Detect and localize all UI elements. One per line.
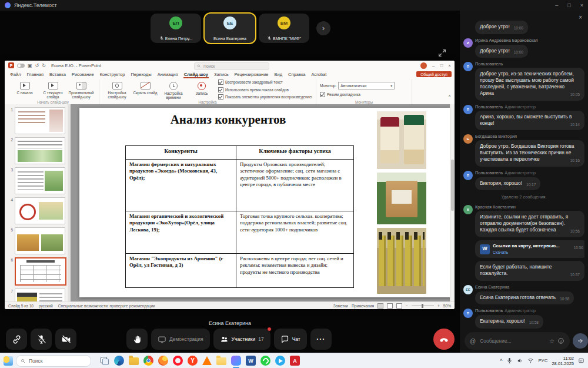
zoom-out-button[interactable]: − [406,304,408,308]
presenter-view-checkbox[interactable]: Режим докладчика [320,92,408,97]
send-button[interactable] [573,333,588,349]
monitor-dropdown[interactable]: Автоматически [338,82,395,89]
camera-off-button[interactable] [55,329,76,350]
task-view-icon[interactable] [99,356,109,366]
opera-icon[interactable] [173,356,183,366]
save-icon[interactable]: ▣ [28,63,32,68]
yandex-browser-icon[interactable] [188,356,198,366]
ppt-minimize-button[interactable]: – [432,63,435,68]
slide-thumbnail-3[interactable]: 3 [5,167,69,194]
language-indicator[interactable]: русский [39,304,53,308]
menu-transitions[interactable]: Переходы [130,70,152,78]
favorites-icon[interactable]: ☆ [549,338,554,344]
next-participants-button[interactable]: › [316,21,330,35]
chrome-icon[interactable] [143,356,153,366]
redo-icon[interactable]: ↻ [42,63,46,68]
account-avatar[interactable] [420,62,427,69]
more-options-button[interactable]: ··· [310,329,332,350]
menu-help[interactable]: Справка [288,70,306,78]
taskbar-clock[interactable]: 11:02 28.01.2025 [552,356,574,366]
use-timings-checkbox[interactable]: Использовать время показа слайдов [218,87,312,92]
slide-thumbnail-2[interactable]: 2 [5,137,69,164]
telegram-icon[interactable] [275,356,285,366]
menu-insert[interactable]: Вставка [49,70,66,78]
acrobat-icon[interactable] [290,356,300,366]
record-slideshow-button[interactable]: Запись [188,79,216,100]
microphone-muted-button[interactable] [31,329,52,350]
slide-sorter-view-icon[interactable] [387,303,393,309]
telemost-icon[interactable] [231,356,241,366]
comments-button[interactable]: Примечания [352,304,374,308]
widgets-icon[interactable] [4,356,13,366]
minimize-button[interactable]: – [555,2,558,8]
download-link[interactable]: Скачать [493,250,560,255]
ppt-search-box[interactable] [194,62,269,70]
normal-view-icon[interactable] [377,303,383,309]
slide-thumbnail-6-selected[interactable]: 6 [5,257,69,286]
participant-tile[interactable]: ЕП Елена Петру... [151,14,201,43]
hide-slide-button[interactable]: Скрыть слайд [131,79,159,100]
close-button[interactable]: × [580,2,583,8]
notification-center-icon[interactable] [578,357,584,364]
participant-tile[interactable]: ВМ ВМНПК "МИФ" [259,14,309,43]
share-button[interactable]: Общий доступ [416,71,452,77]
setup-slideshow-button[interactable]: Настройка слайд-шоу [103,79,131,100]
accessibility-status[interactable]: Специальные возможности: проверьте реком… [58,304,155,308]
play-narrations-checkbox[interactable]: Воспроизвести закадровый текст [218,79,312,85]
end-call-button[interactable] [433,329,455,350]
hidden-icons-chevron[interactable]: ^ [500,358,502,364]
zoom-in-button[interactable]: + [437,304,440,308]
whatsapp-icon[interactable] [260,356,270,366]
from-beginning-button[interactable]: С начала [11,79,39,100]
edge-icon[interactable] [114,356,124,366]
slide-thumbnail-7[interactable]: 7 [5,289,69,302]
slide-thumbnail-4[interactable]: 4 [5,197,69,224]
autosave-toggle[interactable] [17,64,25,68]
participant-tile-active[interactable]: ЕЕ Есина Екатерина [205,14,255,43]
language-switcher[interactable]: РУС [538,358,547,363]
slide-thumbnail-1[interactable]: 1 [5,107,69,134]
participants-button[interactable]: Участники 17 [213,329,270,350]
tray-mic-icon[interactable] [506,357,513,364]
maximize-button[interactable]: □ [567,2,570,8]
chat-button[interactable]: Чат [274,329,307,350]
demonstration-button[interactable]: Демонстрация [151,329,210,350]
expand-screen-share-button[interactable] [437,48,447,58]
show-media-controls-checkbox[interactable]: Показать элементы управления воспроизвед… [218,94,312,100]
message-input-pill[interactable]: @ ☆ [465,332,570,350]
menu-draw[interactable]: Рисование [71,70,95,78]
from-current-slide-button[interactable]: С текущего слайда [39,79,67,100]
message-input[interactable] [479,337,546,344]
ppt-close-button[interactable]: × [448,63,451,68]
file-attachment[interactable]: Ссылки на карту, интервью... Скачать [480,243,570,256]
menu-animations[interactable]: Анимация [157,70,179,78]
ppt-search-input[interactable] [202,64,258,69]
raise-hand-button[interactable] [126,329,148,350]
network-icon[interactable] [527,357,534,364]
ppt-restore-button[interactable]: □ [440,63,443,68]
vertical-scrollbar[interactable] [450,104,455,302]
emoji-icon[interactable] [557,337,564,344]
copy-link-button[interactable] [6,329,27,350]
menu-file[interactable]: Файл [9,70,21,78]
notes-button[interactable]: Заметки [333,304,348,308]
files-icon[interactable] [216,357,226,365]
taskbar-search[interactable] [16,355,91,367]
custom-slideshow-button[interactable]: Произвольный слайд-шоу [67,79,95,100]
menu-home[interactable]: Главная [26,70,44,78]
folder-icon[interactable] [129,357,139,365]
vlc-icon[interactable] [202,356,212,365]
mention-icon[interactable]: @ [470,338,476,344]
menu-record[interactable]: Запись [213,70,229,78]
rehearse-timings-button[interactable]: Настройка времени [159,79,188,100]
menu-acrobat[interactable]: Acrobat [311,70,328,78]
menu-review[interactable]: Рецензирование [234,70,269,78]
undo-icon[interactable]: ↺ [35,63,39,68]
firefox-icon[interactable] [158,356,168,366]
slide-thumbnail-5[interactable]: 5 [5,227,69,254]
volume-icon[interactable] [517,357,523,364]
menu-view[interactable]: Вид [274,70,283,78]
zoom-level[interactable]: 50% [443,304,451,308]
taskbar-search-input[interactable] [28,357,71,364]
word-icon[interactable] [246,356,256,366]
